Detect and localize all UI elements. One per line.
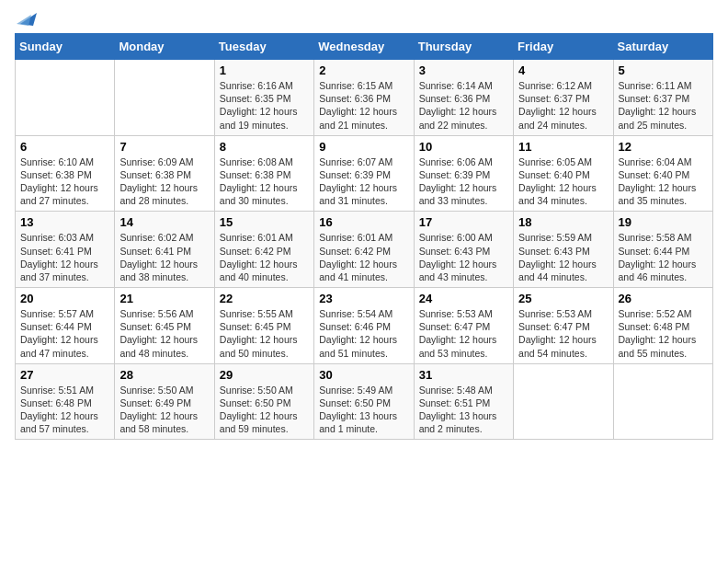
- calendar-cell: 9Sunrise: 6:07 AM Sunset: 6:39 PM Daylig…: [314, 135, 414, 212]
- day-number: 18: [518, 215, 608, 229]
- calendar-cell: 28Sunrise: 5:50 AM Sunset: 6:49 PM Dayli…: [115, 363, 214, 440]
- calendar-cell: 1Sunrise: 6:16 AM Sunset: 6:35 PM Daylig…: [214, 60, 313, 136]
- day-number: 8: [220, 140, 309, 154]
- day-number: 10: [419, 140, 508, 154]
- calendar-cell: 12Sunrise: 6:04 AM Sunset: 6:40 PM Dayli…: [613, 135, 712, 212]
- calendar-table: SundayMondayTuesdayWednesdayThursdayFrid…: [15, 33, 713, 440]
- day-info: Sunrise: 6:02 AM Sunset: 6:41 PM Dayligh…: [119, 231, 209, 283]
- day-info: Sunrise: 5:59 AM Sunset: 6:43 PM Dayligh…: [518, 231, 608, 283]
- calendar-cell: [514, 363, 613, 440]
- day-info: Sunrise: 5:53 AM Sunset: 6:47 PM Dayligh…: [518, 307, 608, 360]
- day-info: Sunrise: 6:09 AM Sunset: 6:38 PM Dayligh…: [119, 155, 209, 208]
- day-number: 13: [20, 215, 109, 229]
- day-info: Sunrise: 5:54 AM Sunset: 6:46 PM Dayligh…: [319, 307, 408, 360]
- day-info: Sunrise: 5:58 AM Sunset: 6:44 PM Dayligh…: [619, 231, 708, 283]
- day-info: Sunrise: 6:07 AM Sunset: 6:39 PM Dayligh…: [319, 155, 408, 208]
- calendar-cell: 4Sunrise: 6:12 AM Sunset: 6:37 PM Daylig…: [514, 60, 613, 136]
- day-info: Sunrise: 5:48 AM Sunset: 6:51 PM Dayligh…: [419, 384, 508, 436]
- day-info: Sunrise: 6:08 AM Sunset: 6:38 PM Dayligh…: [220, 155, 309, 208]
- day-number: 24: [419, 292, 508, 305]
- calendar-cell: 7Sunrise: 6:09 AM Sunset: 6:38 PM Daylig…: [115, 135, 214, 212]
- calendar-cell: 26Sunrise: 5:52 AM Sunset: 6:48 PM Dayli…: [613, 288, 712, 364]
- calendar-cell: 27Sunrise: 5:51 AM Sunset: 6:48 PM Dayli…: [16, 363, 115, 440]
- day-number: 12: [619, 140, 708, 154]
- calendar-cell: 10Sunrise: 6:06 AM Sunset: 6:39 PM Dayli…: [414, 135, 513, 212]
- day-info: Sunrise: 5:53 AM Sunset: 6:47 PM Dayligh…: [419, 307, 508, 360]
- day-info: Sunrise: 6:00 AM Sunset: 6:43 PM Dayligh…: [419, 231, 508, 283]
- day-info: Sunrise: 6:16 AM Sunset: 6:35 PM Dayligh…: [220, 79, 309, 132]
- day-info: Sunrise: 6:01 AM Sunset: 6:42 PM Dayligh…: [220, 231, 309, 283]
- calendar-cell: 24Sunrise: 5:53 AM Sunset: 6:47 PM Dayli…: [414, 288, 513, 364]
- day-info: Sunrise: 6:14 AM Sunset: 6:36 PM Dayligh…: [419, 79, 508, 132]
- calendar-cell: 21Sunrise: 5:56 AM Sunset: 6:45 PM Dayli…: [115, 288, 214, 364]
- day-number: 26: [619, 292, 708, 305]
- column-header-monday: Monday: [115, 34, 214, 60]
- column-header-tuesday: Tuesday: [214, 34, 313, 60]
- calendar-cell: 29Sunrise: 5:50 AM Sunset: 6:50 PM Dayli…: [214, 363, 313, 440]
- calendar-cell: 20Sunrise: 5:57 AM Sunset: 6:44 PM Dayli…: [16, 288, 115, 364]
- day-info: Sunrise: 6:03 AM Sunset: 6:41 PM Dayligh…: [20, 231, 109, 283]
- calendar-cell: 31Sunrise: 5:48 AM Sunset: 6:51 PM Dayli…: [414, 363, 513, 440]
- calendar-cell: 14Sunrise: 6:02 AM Sunset: 6:41 PM Dayli…: [115, 212, 214, 288]
- day-number: 28: [119, 368, 209, 382]
- day-number: 6: [20, 140, 109, 154]
- calendar-cell: [16, 60, 115, 136]
- day-info: Sunrise: 6:01 AM Sunset: 6:42 PM Dayligh…: [319, 231, 408, 283]
- day-info: Sunrise: 5:50 AM Sunset: 6:49 PM Dayligh…: [119, 384, 209, 436]
- day-number: 22: [220, 292, 309, 305]
- calendar-cell: [613, 363, 712, 440]
- day-number: 9: [319, 140, 408, 154]
- page-header: [15, 15, 713, 24]
- day-info: Sunrise: 5:56 AM Sunset: 6:45 PM Dayligh…: [119, 307, 209, 360]
- calendar-cell: 8Sunrise: 6:08 AM Sunset: 6:38 PM Daylig…: [214, 135, 313, 212]
- day-number: 2: [319, 63, 408, 77]
- day-number: 30: [319, 368, 408, 382]
- calendar-cell: 15Sunrise: 6:01 AM Sunset: 6:42 PM Dayli…: [214, 212, 313, 288]
- day-number: 25: [518, 292, 608, 305]
- day-number: 1: [220, 63, 309, 77]
- day-number: 19: [619, 215, 708, 229]
- day-number: 21: [119, 292, 209, 305]
- day-info: Sunrise: 6:04 AM Sunset: 6:40 PM Dayligh…: [619, 155, 708, 208]
- calendar-cell: [115, 60, 214, 136]
- calendar-cell: 3Sunrise: 6:14 AM Sunset: 6:36 PM Daylig…: [414, 60, 513, 136]
- day-number: 31: [419, 368, 508, 382]
- column-header-wednesday: Wednesday: [314, 34, 414, 60]
- column-header-saturday: Saturday: [613, 34, 712, 60]
- day-info: Sunrise: 5:55 AM Sunset: 6:45 PM Dayligh…: [220, 307, 309, 360]
- calendar-cell: 25Sunrise: 5:53 AM Sunset: 6:47 PM Dayli…: [514, 288, 613, 364]
- logo: [15, 15, 37, 24]
- calendar-cell: 6Sunrise: 6:10 AM Sunset: 6:38 PM Daylig…: [16, 135, 115, 212]
- calendar-cell: 30Sunrise: 5:49 AM Sunset: 6:50 PM Dayli…: [314, 363, 414, 440]
- calendar-cell: 23Sunrise: 5:54 AM Sunset: 6:46 PM Dayli…: [314, 288, 414, 364]
- day-info: Sunrise: 6:11 AM Sunset: 6:37 PM Dayligh…: [619, 79, 708, 132]
- day-number: 7: [119, 140, 209, 154]
- day-info: Sunrise: 5:49 AM Sunset: 6:50 PM Dayligh…: [319, 384, 408, 436]
- day-info: Sunrise: 6:05 AM Sunset: 6:40 PM Dayligh…: [518, 155, 608, 208]
- day-number: 20: [20, 292, 109, 305]
- calendar-cell: 11Sunrise: 6:05 AM Sunset: 6:40 PM Dayli…: [514, 135, 613, 212]
- calendar-cell: 13Sunrise: 6:03 AM Sunset: 6:41 PM Dayli…: [16, 212, 115, 288]
- column-header-sunday: Sunday: [16, 34, 115, 60]
- day-info: Sunrise: 5:51 AM Sunset: 6:48 PM Dayligh…: [20, 384, 109, 436]
- day-info: Sunrise: 6:15 AM Sunset: 6:36 PM Dayligh…: [319, 79, 408, 132]
- day-info: Sunrise: 5:50 AM Sunset: 6:50 PM Dayligh…: [220, 384, 309, 436]
- day-info: Sunrise: 6:12 AM Sunset: 6:37 PM Dayligh…: [518, 79, 608, 132]
- day-number: 29: [220, 368, 309, 382]
- day-info: Sunrise: 5:52 AM Sunset: 6:48 PM Dayligh…: [619, 307, 708, 360]
- day-number: 23: [319, 292, 408, 305]
- day-number: 17: [419, 215, 508, 229]
- day-number: 4: [518, 63, 608, 77]
- calendar-cell: 17Sunrise: 6:00 AM Sunset: 6:43 PM Dayli…: [414, 212, 513, 288]
- calendar-cell: 2Sunrise: 6:15 AM Sunset: 6:36 PM Daylig…: [314, 60, 414, 136]
- column-header-friday: Friday: [514, 34, 613, 60]
- day-info: Sunrise: 6:10 AM Sunset: 6:38 PM Dayligh…: [20, 155, 109, 208]
- day-number: 15: [220, 215, 309, 229]
- day-number: 11: [518, 140, 608, 154]
- calendar-cell: 5Sunrise: 6:11 AM Sunset: 6:37 PM Daylig…: [613, 60, 712, 136]
- day-number: 27: [20, 368, 109, 382]
- day-info: Sunrise: 5:57 AM Sunset: 6:44 PM Dayligh…: [20, 307, 109, 360]
- calendar-cell: 18Sunrise: 5:59 AM Sunset: 6:43 PM Dayli…: [514, 212, 613, 288]
- calendar-cell: 19Sunrise: 5:58 AM Sunset: 6:44 PM Dayli…: [613, 212, 712, 288]
- calendar-cell: 16Sunrise: 6:01 AM Sunset: 6:42 PM Dayli…: [314, 212, 414, 288]
